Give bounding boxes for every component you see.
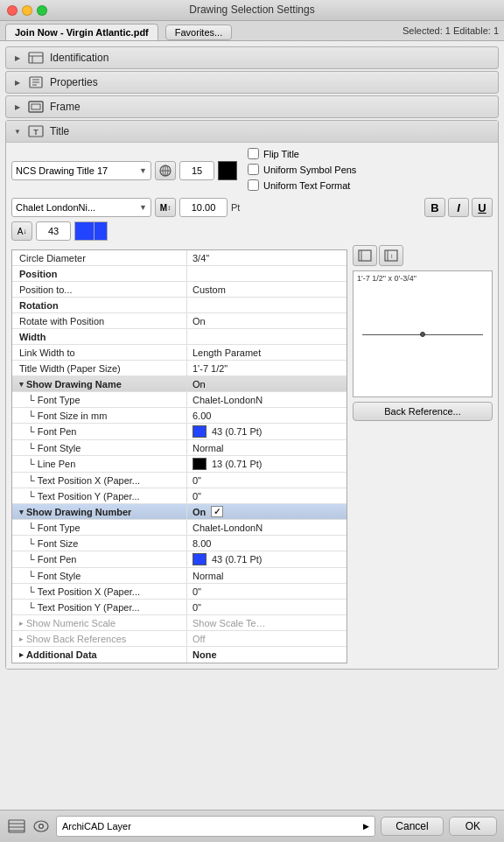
ok-button[interactable]: OK — [449, 817, 497, 836]
table-row: └ Font Style Normal — [12, 568, 346, 584]
tab-pdf[interactable]: Join Now - Virgin Atlantic.pdf — [5, 24, 158, 40]
table-row: └ Text Position Y (Paper... 0" — [12, 600, 346, 615]
controls-row-2: Chalet LondonNi... ▼ M↕ 10.00 Pt B I U — [11, 198, 493, 217]
prop-value: 8.00 — [187, 536, 346, 551]
minimize-button[interactable] — [22, 5, 32, 16]
prop-label: └ Font Style — [12, 440, 187, 455]
accordion-title-header[interactable]: T Title — [6, 121, 498, 142]
title-bar: Drawing Selection Settings — [0, 0, 504, 21]
uniform-symbol-pens-checkbox[interactable] — [248, 164, 259, 175]
drawing-number-checkbox[interactable]: ✓ — [211, 506, 223, 517]
prop-value: 3/4" — [187, 250, 346, 265]
table-row-show-back-references[interactable]: ▸ Show Back References Off — [12, 631, 346, 647]
prop-value: 1'-7 1/2" — [187, 361, 346, 375]
properties-table: Circle Diameter 3/4" Position Position t… — [11, 249, 347, 663]
identification-title: Identification — [50, 52, 108, 64]
cancel-button[interactable]: Cancel — [381, 817, 443, 836]
flip-title-checkbox[interactable] — [248, 148, 259, 159]
maximize-button[interactable] — [37, 5, 47, 16]
two-col-layout: Circle Diameter 3/4" Position Position t… — [11, 245, 493, 663]
frame-title: Frame — [50, 101, 80, 113]
main-content: Identification Properties — [0, 41, 504, 810]
number-input-1[interactable]: 15 — [179, 161, 214, 180]
accordion-frame-header[interactable]: Frame — [6, 96, 498, 117]
preview-size-label: 1'-7 1/2" x 0'-3/4" — [357, 274, 416, 283]
font-dropdown[interactable]: Chalet LondonNi... ▼ — [11, 198, 151, 217]
prop-label: Title Width (Paper Size) — [12, 361, 187, 375]
prop-label: └ Font Type — [12, 392, 187, 407]
prop-label: └ Font Size in mm — [12, 408, 187, 423]
back-reference-button[interactable]: Back Reference... — [353, 402, 493, 421]
font-size-icon: M↕ — [155, 198, 176, 217]
show-drawing-number-label: ▾ Show Drawing Number — [12, 504, 187, 519]
table-row: └ Font Type Chalet-LondonN — [12, 392, 346, 408]
italic-button[interactable]: I — [448, 198, 469, 217]
layers-icon — [7, 817, 26, 836]
font-size-input[interactable]: 10.00 — [179, 198, 228, 217]
layer-arrow: ▶ — [363, 822, 369, 831]
prop-value — [187, 329, 346, 344]
table-row-show-drawing-name[interactable]: ▾ Show Drawing Name On — [12, 376, 346, 392]
traffic-lights — [7, 5, 47, 16]
table-row-show-drawing-number[interactable]: ▾ Show Drawing Number On ✓ — [12, 504, 346, 520]
frame-arrow — [13, 102, 22, 111]
table-row: Title Width (Paper Size) 1'-7 1/2" — [12, 361, 346, 376]
table-row-additional-data[interactable]: ▸ Additional Data None — [12, 647, 346, 663]
uniform-text-format-label: Uniform Text Format — [263, 180, 350, 191]
table-row: Circle Diameter 3/4" — [12, 250, 346, 266]
prop-value: 43 (0.71 Pt) — [187, 551, 346, 567]
preview-icon-2[interactable]: i — [379, 245, 403, 266]
title-type-arrow: ▼ — [139, 166, 147, 175]
prop-label: └ Font Pen — [12, 424, 187, 439]
table-row: └ Font Type Chalet-LondonN — [12, 520, 346, 536]
prop-label: Circle Diameter — [12, 250, 187, 265]
font-arrow: ▼ — [139, 203, 147, 212]
globe-icon-btn[interactable] — [155, 161, 176, 180]
preview-col: i 1'-7 1/2" x 0'-3/4" Back Reference... — [353, 245, 493, 663]
preview-icon-1[interactable] — [353, 245, 377, 266]
show-numeric-scale-value: Show Scale Te… — [187, 615, 346, 630]
show-back-references-label: ▸ Show Back References — [12, 631, 187, 646]
tab-bar: Join Now - Virgin Atlantic.pdf Favorites… — [0, 21, 504, 41]
svg-rect-8 — [32, 104, 40, 109]
uniform-text-format-checkbox[interactable] — [248, 179, 259, 191]
font-pen-swatch-2 — [192, 553, 206, 565]
close-button[interactable] — [7, 5, 18, 16]
prop-label: └ Font Pen — [12, 551, 187, 567]
controls-row-3: A↓ — [11, 221, 493, 241]
title-title: Title — [50, 125, 69, 137]
prop-label-bold: Position — [12, 266, 187, 281]
table-row-show-numeric-scale[interactable]: ▸ Show Numeric Scale Show Scale Te… — [12, 615, 346, 631]
accordion-properties: Properties — [5, 71, 499, 94]
accordion-properties-header[interactable]: Properties — [6, 72, 498, 93]
prop-value: 13 (0.71 Pt) — [187, 456, 346, 472]
text-color-btn[interactable] — [74, 221, 108, 241]
pt-label: Pt — [231, 202, 240, 213]
table-row: └ Text Position X (Paper... 0" — [12, 473, 346, 488]
eye-icon[interactable] — [32, 817, 51, 836]
properties-arrow — [13, 78, 22, 87]
favorites-button[interactable]: Favorites... — [165, 25, 232, 40]
prop-value: 0" — [187, 584, 346, 599]
svg-text:i: i — [391, 253, 393, 259]
preview-box: 1'-7 1/2" x 0'-3/4" — [353, 270, 493, 397]
angle-input[interactable] — [36, 221, 71, 241]
accordion-identification: Identification — [5, 46, 499, 69]
prop-label: └ Font Type — [12, 520, 187, 535]
uniform-symbol-pens-label: Uniform Symbol Pens — [263, 165, 356, 175]
layer-dropdown[interactable]: ArchiCAD Layer ▶ — [56, 816, 375, 837]
accordion-frame: Frame — [5, 95, 499, 118]
font-value: Chalet LondonNi... — [16, 202, 136, 213]
table-row: Rotate with Position On — [12, 313, 346, 329]
accordion-identification-header[interactable]: Identification — [6, 47, 498, 68]
prop-value: Chalet-LondonN — [187, 520, 346, 535]
color-swatch-1[interactable] — [218, 161, 237, 180]
svg-point-26 — [40, 825, 43, 828]
prop-label: Position to... — [12, 282, 187, 297]
title-type-dropdown[interactable]: NCS Drawing Title 17 ▼ — [11, 161, 151, 180]
bold-button[interactable]: B — [424, 198, 445, 217]
prop-value — [187, 266, 346, 281]
underline-button[interactable]: U — [472, 198, 493, 217]
table-row: Width — [12, 329, 346, 345]
prop-label: └ Text Position X (Paper... — [12, 473, 187, 488]
